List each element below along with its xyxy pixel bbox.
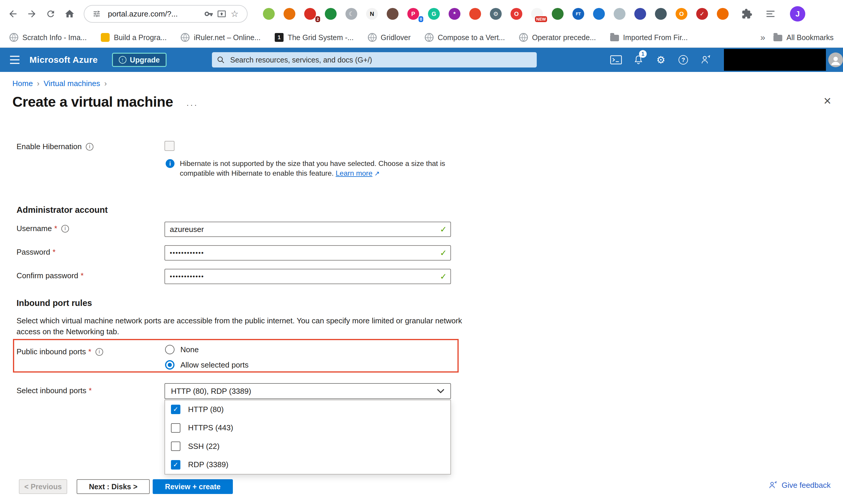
azure-search-bar[interactable] bbox=[212, 52, 537, 68]
ext-moon-icon[interactable]: ☾ bbox=[345, 8, 357, 20]
close-icon[interactable]: × bbox=[824, 94, 831, 107]
info-icon[interactable]: i bbox=[61, 225, 69, 233]
screen: portal.azure.com/?... ☆ 2☾NP0G*⚙ONEWFTO✓… bbox=[0, 0, 843, 504]
notifications-bell-icon[interactable]: 1 bbox=[627, 48, 650, 72]
breadcrumb: Home › Virtual machines › bbox=[12, 79, 107, 88]
checkbox-checked-icon[interactable]: ✓ bbox=[171, 460, 180, 469]
ext-grammarly-icon[interactable]: G bbox=[428, 8, 440, 20]
azure-brand[interactable]: Microsoft Azure bbox=[30, 55, 98, 65]
ext-check-icon[interactable]: ✓ bbox=[696, 8, 708, 20]
ext-new-icon[interactable]: NEW bbox=[531, 8, 543, 20]
port-option-http-80[interactable]: ✓HTTP (80) bbox=[165, 400, 450, 419]
radio-unselected-icon[interactable] bbox=[165, 345, 175, 354]
help-icon[interactable]: ? bbox=[672, 48, 695, 72]
confirm-password-input[interactable] bbox=[164, 269, 451, 284]
bookmark-globe-icon bbox=[10, 33, 18, 42]
bookmarks-overflow-icon[interactable]: » bbox=[760, 32, 766, 42]
reload-button[interactable] bbox=[41, 4, 60, 23]
ext-notion-icon[interactable]: N bbox=[366, 8, 378, 20]
info-icon[interactable]: i bbox=[86, 143, 93, 150]
bookmarks-bar: Scratch Info - Ima...Build a Progra...iR… bbox=[0, 28, 843, 48]
ext-green-icon[interactable] bbox=[263, 8, 275, 20]
ext-orange-box-icon[interactable] bbox=[284, 8, 295, 20]
ext-vermilion-icon[interactable] bbox=[469, 8, 481, 20]
select-inbound-ports-dropdown[interactable]: HTTP (80), RDP (3389) bbox=[164, 383, 451, 399]
ext-pink-p-icon[interactable]: P0 bbox=[407, 8, 419, 20]
password-key-icon[interactable] bbox=[202, 7, 215, 20]
ext-ft-icon[interactable]: FT bbox=[572, 8, 584, 20]
admin-section-title: Administrator account bbox=[17, 205, 108, 215]
ext-gear-icon[interactable]: ⚙ bbox=[490, 8, 502, 20]
bookmark-item[interactable]: Build a Progra... bbox=[101, 33, 166, 42]
bookmark-item[interactable]: Operator precede... bbox=[519, 33, 596, 42]
all-bookmarks-label: All Bookmarks bbox=[786, 33, 833, 42]
cast-icon[interactable] bbox=[215, 7, 228, 20]
user-avatar-icon[interactable] bbox=[828, 52, 843, 67]
address-bar[interactable]: portal.azure.com/?... ☆ bbox=[84, 5, 248, 23]
all-bookmarks-button[interactable]: All Bookmarks bbox=[773, 33, 833, 42]
inbound-description: Select which virtual machine network por… bbox=[17, 316, 482, 337]
breadcrumb-virtual-machines-link[interactable]: Virtual machines bbox=[43, 79, 100, 88]
upgrade-button[interactable]: ↑ Upgrade bbox=[112, 53, 166, 67]
radio-option-allow-selected-ports[interactable]: Allow selected ports bbox=[165, 359, 249, 371]
bookmark-item[interactable]: Gridlover bbox=[368, 33, 411, 42]
extensions-puzzle-icon[interactable] bbox=[741, 8, 752, 19]
valid-check-icon: ✓ bbox=[440, 224, 447, 234]
port-option-ssh-22[interactable]: SSH (22) bbox=[165, 437, 450, 456]
review-create-button[interactable]: Review + create bbox=[153, 479, 233, 494]
radio-selected-icon[interactable] bbox=[165, 360, 175, 370]
home-button[interactable] bbox=[60, 4, 79, 23]
previous-button[interactable]: < Previous bbox=[19, 479, 67, 494]
search-input[interactable] bbox=[229, 55, 532, 65]
ext-grid-icon[interactable] bbox=[634, 8, 646, 20]
confirm-password-field-wrap: ✓ bbox=[164, 269, 451, 284]
site-settings-icon[interactable] bbox=[90, 7, 103, 20]
ext-red-o-icon[interactable]: O bbox=[510, 8, 522, 20]
checkbox-checked-icon[interactable]: ✓ bbox=[171, 405, 180, 414]
bookmark-item[interactable]: iRuler.net – Online... bbox=[181, 33, 261, 42]
checkbox-unchecked-icon[interactable] bbox=[171, 442, 180, 451]
ext-case-icon[interactable] bbox=[593, 8, 605, 20]
ext-file-icon[interactable] bbox=[614, 8, 626, 20]
learn-more-link[interactable]: Learn more bbox=[336, 169, 373, 177]
settings-gear-icon[interactable]: ⚙ bbox=[650, 48, 672, 72]
bookmark-item[interactable]: Imported From Fir... bbox=[610, 33, 688, 42]
back-button[interactable] bbox=[3, 4, 22, 23]
radio-label: None bbox=[180, 345, 199, 354]
password-input[interactable] bbox=[164, 245, 451, 260]
ext-purple-icon[interactable]: * bbox=[449, 8, 461, 20]
checkbox-unchecked-icon[interactable] bbox=[171, 423, 180, 433]
home-icon bbox=[64, 8, 75, 19]
ext-slate-icon[interactable] bbox=[655, 8, 667, 20]
more-options-icon[interactable]: ··· bbox=[186, 100, 198, 110]
ext-brown-icon[interactable] bbox=[387, 8, 398, 20]
cloud-shell-icon[interactable] bbox=[605, 48, 627, 72]
forward-button[interactable] bbox=[22, 4, 41, 23]
ext-sheets-icon[interactable] bbox=[325, 8, 337, 20]
username-input[interactable] bbox=[164, 222, 451, 237]
ext-tree-icon[interactable] bbox=[552, 8, 563, 20]
port-option-label: SSH (22) bbox=[188, 442, 220, 451]
ext-amber-icon[interactable] bbox=[717, 8, 729, 20]
give-feedback-link[interactable]: Give feedback bbox=[768, 481, 831, 490]
browser-profile-avatar[interactable]: J bbox=[790, 6, 805, 21]
feedback-icon[interactable] bbox=[695, 48, 717, 72]
bookmark-item[interactable]: Compose to a Vert... bbox=[425, 33, 505, 42]
browser-toolbar: portal.azure.com/?... ☆ 2☾NP0G*⚙ONEWFTO✓… bbox=[0, 0, 843, 28]
ext-red-icon[interactable]: 2 bbox=[304, 8, 316, 20]
valid-check-icon: ✓ bbox=[440, 248, 447, 258]
bookmark-star-icon[interactable]: ☆ bbox=[228, 7, 241, 20]
hibernation-checkbox[interactable] bbox=[164, 141, 175, 151]
next-disks-button[interactable]: Next : Disks > bbox=[77, 479, 150, 494]
radio-option-none[interactable]: None bbox=[165, 344, 199, 356]
hamburger-menu-icon[interactable] bbox=[0, 48, 30, 72]
bookmark-item[interactable]: Scratch Info - Ima... bbox=[10, 33, 87, 42]
ext-orange-o-icon[interactable]: O bbox=[676, 8, 687, 20]
port-option-https-443[interactable]: HTTPS (443) bbox=[165, 419, 450, 437]
info-icon[interactable]: i bbox=[95, 348, 103, 356]
port-option-rdp-3389[interactable]: ✓RDP (3389) bbox=[165, 456, 450, 474]
menu-lines-icon[interactable] bbox=[765, 8, 776, 19]
bookmark-item[interactable]: 1The Grid System -... bbox=[275, 33, 354, 42]
bookmark-globe-icon bbox=[181, 33, 190, 42]
breadcrumb-home-link[interactable]: Home bbox=[12, 79, 33, 88]
